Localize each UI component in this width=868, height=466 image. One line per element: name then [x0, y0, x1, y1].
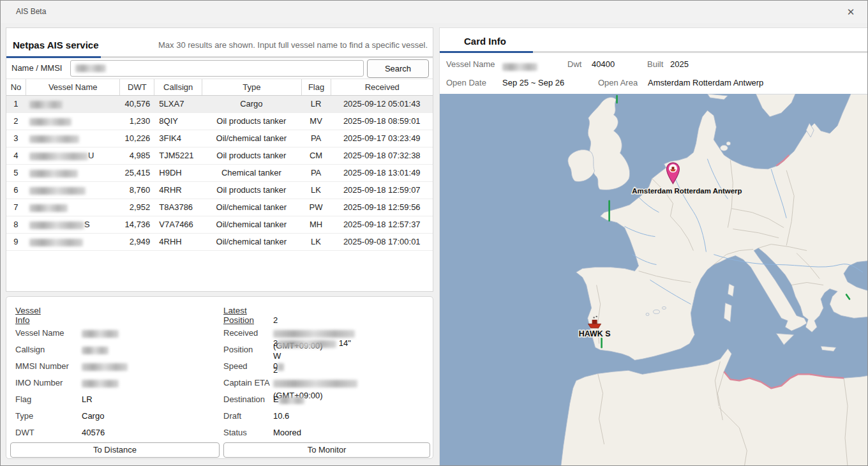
row-type: Oil/chemical tanker — [202, 216, 301, 233]
info-value: 10.6 — [273, 410, 289, 423]
map-island-sardinia — [724, 303, 731, 322]
table-row[interactable]: 92,9494RHHOil/chemical tankerLK2025-09-0… — [6, 234, 433, 251]
search-button[interactable]: Search — [367, 59, 429, 78]
row-callsign: V7A7466 — [154, 216, 202, 233]
row-flag: PA — [301, 165, 331, 181]
info-label: Speed — [223, 360, 273, 373]
info-row: Callsign — [15, 342, 128, 358]
vessel-info-items: Vessel NameCallsignMMSI NumberIMO Number… — [15, 325, 128, 441]
card-info-underline-active — [440, 51, 533, 53]
row-callsign: 4RHR — [154, 182, 202, 199]
info-label: Callsign — [15, 343, 82, 356]
to-distance-button[interactable]: To Distance — [10, 442, 220, 458]
row-no: 7 — [6, 199, 26, 216]
info-value: Moored — [273, 426, 301, 439]
row-no: 5 — [6, 165, 26, 181]
info-value — [82, 377, 119, 389]
info-row: StatusMoored — [223, 425, 357, 441]
row-vessel-name — [26, 199, 120, 216]
row-flag: MH — [301, 216, 331, 233]
info-value: E — [273, 393, 304, 406]
redacted-value — [279, 396, 304, 404]
redacted-vessel-name — [29, 135, 79, 143]
search-input[interactable] — [70, 60, 364, 77]
info-label: Received — [223, 327, 273, 340]
row-type: Oil products tanker — [202, 113, 301, 130]
row-callsign: TJM5221 — [154, 147, 202, 164]
redacted-vessel-name — [29, 153, 88, 160]
info-label: Flag — [15, 393, 82, 406]
info-value-text: Cargo — [82, 411, 104, 421]
row-flag: CM — [301, 147, 331, 164]
redacted-value — [278, 340, 336, 348]
info-value: 3 14" W — [273, 337, 357, 363]
row-no: 9 — [6, 234, 26, 250]
table-row[interactable]: 4U4,985TJM5221Oil products tankerCM2025-… — [6, 147, 433, 165]
row-callsign: 5LXA7 — [154, 96, 202, 112]
row-type: Cargo — [202, 96, 301, 112]
row-callsign: 8QIY — [154, 113, 202, 130]
redacted-value — [82, 363, 128, 371]
column-header-received[interactable]: Received — [331, 79, 433, 95]
row-dwt: 14,736 — [119, 216, 154, 233]
table-row[interactable]: 525,415H9DHChemical tankerPA2025-09-18 1… — [6, 165, 433, 182]
table-row[interactable]: 21,2308QIYOil products tankerMV2025-09-1… — [6, 113, 433, 130]
redacted-vessel-name — [29, 170, 78, 177]
column-header-no[interactable]: No — [6, 79, 26, 95]
row-dwt: 40,576 — [119, 96, 154, 112]
pin-ship-cabin — [671, 167, 674, 169]
info-label: Vessel Name — [15, 327, 82, 340]
results-note: Max 30 results are shown. Input full ves… — [158, 40, 428, 50]
column-header-type[interactable]: Type — [202, 79, 301, 95]
info-value-prefix: E — [273, 395, 279, 404]
card-open-date-label: Open Date — [446, 77, 486, 89]
row-vessel-name: U — [26, 147, 120, 164]
row-vessel-name: S — [26, 216, 120, 233]
table-row[interactable]: 72,952T8A3786Oil/chemical tankerPW2025-0… — [6, 199, 433, 216]
close-icon[interactable]: ✕ — [843, 5, 858, 19]
card-dwt-value: 40400 — [592, 58, 615, 71]
row-received: 2025-09-18 12:59:07 — [331, 182, 433, 199]
vessel-table-body: 140,5765LXA7CargoLR2025-09-12 05:01:4321… — [6, 96, 433, 251]
info-label: IMO Number — [15, 377, 82, 389]
info-label: Status — [223, 426, 273, 439]
row-vessel-name — [26, 113, 120, 130]
left-tab-row: Netpas AIS service Max 30 results are sh… — [6, 28, 433, 56]
row-type: Oil/chemical tanker — [202, 130, 301, 147]
redacted-vessel-name — [29, 187, 86, 195]
column-header-callsign[interactable]: Callsign — [154, 79, 202, 95]
table-row[interactable]: 140,5765LXA7CargoLR2025-09-12 05:01:43 — [6, 96, 433, 113]
tab-netpas-ais-service[interactable]: Netpas AIS service — [13, 40, 99, 50]
info-value — [82, 343, 108, 356]
to-monitor-button[interactable]: To Monitor — [223, 442, 430, 458]
info-label: DWT — [15, 426, 82, 439]
column-header-dwt[interactable]: DWT — [119, 79, 154, 95]
info-value: 40576 — [82, 426, 105, 439]
map-island-ibiza — [646, 313, 649, 315]
column-header-flag[interactable]: Flag — [301, 79, 331, 95]
info-row: Position3 14" W — [223, 342, 357, 358]
row-no: 6 — [6, 182, 26, 199]
info-row: Vessel Name — [15, 325, 128, 342]
column-header-name[interactable]: Vessel Name — [26, 79, 120, 95]
titlebar: AIS Beta ✕ — [1, 1, 867, 23]
vessel-info-heading: Vessel Info — [15, 306, 41, 325]
row-flag: PW — [301, 199, 331, 216]
table-row[interactable]: 68,7604RHROil products tankerLK2025-09-1… — [6, 182, 433, 199]
map[interactable]: Amsterdam Rotterdam Antwerp HAWK S — [440, 94, 868, 466]
row-received: 2025-09-18 12:57:37 — [331, 216, 433, 233]
vessel-name-suffix: S — [84, 220, 90, 229]
row-callsign: T8A3786 — [154, 199, 202, 216]
redacted-value — [82, 380, 119, 387]
map-island-menorca — [662, 306, 666, 309]
map-island-corsica — [728, 283, 734, 296]
info-label: Position — [223, 343, 273, 356]
row-callsign: 4RHH — [154, 234, 202, 250]
table-row[interactable]: 8S14,736V7A7466Oil/chemical tankerMH2025… — [6, 216, 433, 234]
row-flag: LR — [301, 96, 331, 112]
tab-card-info[interactable]: Card Info — [464, 36, 506, 47]
info-row: DWT40576 — [15, 425, 128, 441]
row-type: Oil/chemical tanker — [202, 234, 301, 250]
redacted-value — [273, 330, 355, 338]
table-row[interactable]: 310,2263FIK4Oil/chemical tankerPA2025-09… — [6, 130, 433, 147]
